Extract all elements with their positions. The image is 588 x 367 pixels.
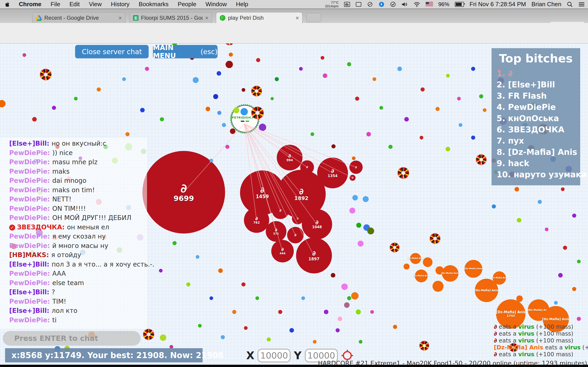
food-dot [289, 328, 294, 333]
tab-3[interactable]: play Petri Dish× [216, 12, 303, 23]
food-dot [446, 147, 450, 151]
chat-message: PewDiePie:ON TIM!!!! [0, 204, 147, 214]
food-dot [538, 200, 542, 204]
event-line: ∂ eats a virus (+100 mass) [494, 323, 588, 330]
tab-title: play Petri Dish [228, 15, 293, 21]
us-flag-input-source-icon[interactable] [426, 2, 433, 7]
chat-input[interactable] [3, 331, 141, 346]
menu-history[interactable]: History [111, 1, 130, 8]
apple-menu-icon[interactable] [6, 2, 10, 7]
food-dot [393, 325, 397, 329]
food-dot [222, 123, 226, 127]
food-dot [313, 340, 317, 344]
food-dot [545, 227, 548, 231]
red-cell: ∂994 [277, 145, 303, 170]
chat-message: PewDiePie:)) nice [0, 148, 147, 158]
player-cell-mass [241, 121, 249, 122]
chat-message: PewDiePie:maks [0, 167, 147, 176]
food-dot [577, 260, 581, 263]
food-dot [363, 196, 369, 202]
menu-file[interactable]: File [51, 1, 60, 8]
temperature-fan-readout[interactable]: 77°C2014rpm [325, 1, 338, 8]
main-menu-button[interactable]: MAIN MENU (esc) [153, 45, 217, 58]
wifi-icon[interactable] [414, 2, 420, 7]
tab-favicon [133, 15, 139, 21]
food-dot [356, 309, 361, 315]
macos-menu-bar: ChromeFileEditViewHistoryBookmarksPeople… [0, 0, 588, 9]
new-tab-button[interactable] [306, 13, 321, 22]
food-dot [125, 132, 130, 136]
food-dot [186, 282, 190, 286]
food-dot [160, 334, 166, 341]
game-viewport[interactable]: ∂9699∂994∂∂1354∂∂∂1459∂1892∂∂∂762∂1048∂5… [0, 44, 588, 367]
flux-icon[interactable] [379, 1, 384, 7]
menu-bar-clock[interactable]: Fri Nov 6 7:28:54 PM [469, 1, 526, 8]
menu-edit[interactable]: Edit [69, 1, 80, 8]
fast-user-switch-name[interactable]: Brian Chen [531, 1, 561, 8]
menu-bookmarks[interactable]: Bookmarks [139, 1, 169, 8]
food-dot [311, 132, 314, 136]
menu-people[interactable]: People [178, 1, 196, 8]
food-dot [471, 135, 475, 140]
enemy-cell: [Dz-Mafia] Anis [415, 269, 428, 282]
food-dot [198, 324, 202, 327]
tab-close-icon[interactable]: × [119, 15, 122, 21]
notification-center-icon[interactable] [578, 2, 585, 7]
food-dot [351, 292, 359, 300]
battery-icon[interactable] [455, 2, 464, 7]
enemy-cell: [Dz-Mafia] Anis [442, 265, 458, 282]
food-dot [352, 156, 355, 160]
food-dot [275, 77, 279, 81]
tab-1[interactable]: Recent - Google Drive× [32, 12, 125, 23]
chat-message: PewDiePie:TIM! [0, 297, 147, 307]
food-dot [196, 255, 199, 259]
tab-close-icon[interactable]: × [205, 15, 208, 21]
red-cell: ∂ [350, 175, 355, 181]
food-dot [389, 145, 393, 149]
food-dot [554, 301, 558, 305]
volume-icon[interactable] [401, 2, 408, 7]
food-dot [229, 52, 233, 57]
menu-help[interactable]: Help [236, 1, 248, 8]
virus-cell [430, 234, 440, 244]
virus-cell [420, 341, 429, 350]
chat-message: PewDiePie:ОН МОЙ ДРУГ!!! ДЕБИЛ [0, 213, 147, 223]
chat-message: [Else+]Bill:пол 3 а я что... а я хочу ес… [0, 260, 147, 269]
close-server-chat-button[interactable]: Close server chat [75, 45, 149, 58]
red-cell: ∂ [349, 161, 363, 174]
enemy-cell [432, 281, 443, 292]
food-dot [225, 61, 233, 68]
spotlight-search-icon[interactable] [567, 1, 573, 7]
food-dot [356, 223, 361, 228]
leaderboard-entry: 10. наруто узумаки [492, 169, 580, 180]
cpu-meter-icon[interactable] [344, 2, 350, 7]
food-dot [209, 159, 213, 162]
leaderboard-entry: 3. FR Flash [492, 90, 580, 102]
chat-panel: [Else+]Bill:но он вкусный:сPewDiePie:)) … [0, 138, 147, 329]
x-coord-input[interactable] [258, 349, 291, 362]
red-cell: ∂1048 [302, 209, 332, 240]
chat-message: PewDiePie:AAA [0, 269, 147, 278]
tab-2[interactable]: Floorpi SUMS 2015 - Goog× [129, 12, 212, 23]
enemy-cell: [Dz-Mafia] Anis [410, 253, 421, 264]
menu-chrome[interactable]: Chrome [19, 1, 41, 8]
menu-view[interactable]: View [89, 1, 102, 8]
enemy-cell: [Dz-Mafia] Anis [475, 279, 498, 302]
food-dot [331, 273, 335, 277]
food-dot [338, 317, 342, 321]
tab-close-icon[interactable]: × [296, 15, 299, 21]
menu-window[interactable]: Window [206, 1, 227, 8]
do-not-disturb-icon[interactable] [367, 2, 373, 7]
tab-title: Recent - Google Drive [44, 15, 116, 21]
food-dot [404, 117, 409, 122]
display-icon[interactable] [355, 2, 362, 7]
food-dot [572, 214, 576, 218]
food-dot [572, 287, 576, 291]
food-dot [471, 67, 475, 71]
virus-cell [143, 329, 154, 340]
food-dot [457, 97, 461, 100]
red-cell: ∂762 [244, 208, 269, 233]
red-cell: ∂ [272, 202, 289, 219]
checkmark-menu-icon[interactable] [390, 1, 396, 7]
leaderboard-entry: 7. пух [492, 135, 580, 147]
